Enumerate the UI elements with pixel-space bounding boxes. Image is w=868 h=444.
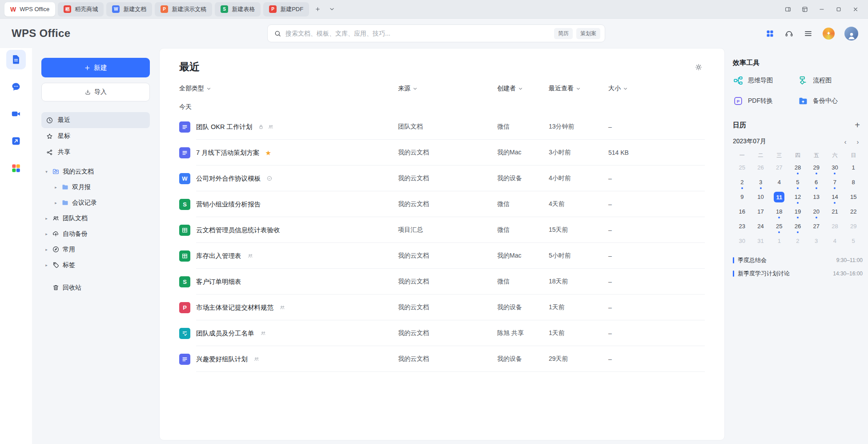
calendar-day[interactable]: 5 bbox=[788, 176, 807, 190]
calendar-day[interactable]: 2 bbox=[788, 234, 807, 249]
search-tag-1[interactable]: 策划案 bbox=[576, 28, 600, 39]
add-event-button[interactable]: + bbox=[852, 120, 863, 130]
filter-2[interactable]: 创建者 bbox=[497, 85, 549, 93]
event-item[interactable]: 季度总结会9:30–11:00 bbox=[733, 254, 863, 267]
calendar-day[interactable]: 8 bbox=[844, 176, 863, 190]
sidebar-item-clock[interactable]: 最近 bbox=[41, 112, 150, 128]
filter-3[interactable]: 最近查看 bbox=[549, 85, 608, 93]
tree-item-folder[interactable]: ▸会议记录 bbox=[41, 195, 150, 210]
support-headset-button[interactable] bbox=[784, 29, 794, 38]
calendar-day[interactable]: 5 bbox=[844, 234, 863, 249]
sidebar-item-star[interactable]: 星标 bbox=[41, 128, 150, 144]
tab-presentation-file[interactable]: P新建演示文稿 bbox=[155, 2, 212, 16]
calendar-day[interactable]: 26 bbox=[788, 220, 807, 234]
calendar-day[interactable]: 9 bbox=[733, 190, 751, 205]
panel-toggle-button[interactable] bbox=[780, 3, 796, 16]
prev-month-button[interactable]: ‹ bbox=[840, 137, 850, 146]
tab-pdf-file[interactable]: P新建PDF bbox=[263, 2, 309, 16]
tab-writer-file[interactable]: W新建文档 bbox=[106, 2, 152, 16]
calendar-day[interactable]: 4 bbox=[770, 176, 788, 190]
calendar-day[interactable]: 6 bbox=[807, 176, 826, 190]
calendar-day[interactable]: 30 bbox=[733, 234, 751, 249]
calendar-day[interactable]: 30 bbox=[826, 161, 844, 176]
tab-spreadsheet-file[interactable]: S新建表格 bbox=[215, 2, 261, 16]
calendar-day[interactable]: 27 bbox=[807, 220, 826, 234]
calendar-day[interactable]: 28 bbox=[826, 220, 844, 234]
main-menu-button[interactable] bbox=[804, 29, 813, 38]
calendar-day[interactable]: 16 bbox=[733, 205, 751, 220]
calendar-day[interactable]: 11 bbox=[770, 190, 788, 205]
calendar-day[interactable]: 1 bbox=[844, 161, 863, 176]
filter-4[interactable]: 大小 bbox=[608, 85, 705, 93]
calendar-day[interactable]: 15 bbox=[844, 190, 863, 205]
calendar-day[interactable]: 20 bbox=[807, 205, 826, 220]
calendar-day[interactable]: 25 bbox=[733, 161, 751, 176]
rail-item-meeting[interactable] bbox=[6, 104, 26, 124]
calendar-day[interactable]: 22 bbox=[844, 205, 863, 220]
calendar-day[interactable]: 21 bbox=[826, 205, 844, 220]
file-row[interactable]: S客户订单明细表我的云文档微信18天前– bbox=[179, 269, 705, 295]
file-row[interactable]: 库存出入管理表我的云文档我的Mac5小时前– bbox=[179, 243, 705, 269]
tree-item-cloud-folder[interactable]: ▾我的云文档 bbox=[41, 164, 150, 179]
calendar-day[interactable]: 12 bbox=[788, 190, 807, 205]
tree-item-frequent[interactable]: ▸常用 bbox=[41, 242, 150, 257]
add-tab-button[interactable] bbox=[312, 4, 323, 15]
next-month-button[interactable]: › bbox=[853, 137, 863, 146]
calendar-day[interactable]: 19 bbox=[788, 205, 807, 220]
sidebar-item-trash[interactable]: 回收站 bbox=[41, 280, 150, 295]
calendar-day[interactable]: 31 bbox=[751, 234, 770, 249]
file-row[interactable]: W公司对外合作协议模板我的云文档我的设备4小时前– bbox=[179, 165, 705, 191]
apps-grid-button[interactable] bbox=[765, 29, 775, 38]
calendar-day[interactable]: 14 bbox=[826, 190, 844, 205]
file-row[interactable]: 云文档管理员信息统计表验收项目汇总微信15天前– bbox=[179, 217, 705, 243]
tool-pdf-convert[interactable]: PPDF转换 bbox=[733, 96, 798, 106]
calendar-day[interactable]: 23 bbox=[733, 220, 751, 234]
file-row[interactable]: 团队成员及分工名单我的云文档陈旭 共享1天前– bbox=[179, 320, 705, 346]
tree-item-team[interactable]: ▸团队文档 bbox=[41, 210, 150, 226]
close-button[interactable] bbox=[848, 3, 864, 16]
calendar-day[interactable]: 17 bbox=[751, 205, 770, 220]
file-row[interactable]: 兴趣爱好组队计划我的云文档我的设备29天前– bbox=[179, 346, 705, 372]
calendar-day[interactable]: 4 bbox=[826, 234, 844, 249]
import-button[interactable]: 导入 bbox=[41, 83, 150, 101]
calendar-day[interactable]: 3 bbox=[807, 234, 826, 249]
filter-1[interactable]: 来源 bbox=[398, 85, 497, 93]
search-input[interactable] bbox=[285, 30, 551, 37]
file-row[interactable]: 团队 OKR 工作计划团队文档微信13分钟前– bbox=[179, 114, 705, 140]
file-row[interactable]: 7 月线下活动策划方案★我的云文档我的Mac3小时前514 KB bbox=[179, 140, 705, 165]
event-item[interactable]: 新季度学习计划讨论14:30–16:00 bbox=[733, 267, 863, 280]
tab-docer-store[interactable]: 稻稻壳商城 bbox=[58, 2, 104, 16]
search-bar[interactable]: 简历策划案 bbox=[267, 24, 605, 42]
tool-backup-center[interactable]: 备份中心 bbox=[798, 96, 863, 106]
maximize-button[interactable] bbox=[831, 3, 847, 16]
calendar-day[interactable]: 1 bbox=[770, 234, 788, 249]
tab-list-chevron-button[interactable] bbox=[326, 4, 338, 15]
calendar-day[interactable]: 29 bbox=[844, 220, 863, 234]
rail-item-chat[interactable] bbox=[6, 77, 26, 97]
tool-mindmap[interactable]: 思维导图 bbox=[733, 75, 798, 86]
calendar-day[interactable]: 26 bbox=[751, 161, 770, 176]
calendar-day[interactable]: 18 bbox=[770, 205, 788, 220]
calendar-day[interactable]: 29 bbox=[807, 161, 826, 176]
tree-item-tag[interactable]: ▸标签 bbox=[41, 257, 150, 273]
calendar-day[interactable]: 13 bbox=[807, 190, 826, 205]
tool-flowchart[interactable]: 流程图 bbox=[798, 75, 863, 86]
new-document-button[interactable]: 新建 bbox=[41, 58, 150, 77]
rail-item-office-suite[interactable] bbox=[6, 158, 26, 178]
calendar-day[interactable]: 2 bbox=[733, 176, 751, 190]
rail-item-documents[interactable] bbox=[6, 50, 26, 69]
calendar-day[interactable]: 7 bbox=[826, 176, 844, 190]
list-settings-button[interactable] bbox=[692, 61, 705, 73]
tree-item-backup[interactable]: ▸自动备份 bbox=[41, 226, 150, 242]
rail-item-apps[interactable] bbox=[6, 131, 26, 151]
avatar[interactable] bbox=[844, 27, 858, 40]
calendar-day[interactable]: 10 bbox=[751, 190, 770, 205]
sidebar-item-share[interactable]: 共享 bbox=[41, 144, 150, 160]
minimize-button[interactable] bbox=[814, 3, 830, 16]
search-tag-0[interactable]: 简历 bbox=[554, 28, 573, 39]
calendar-day[interactable]: 25 bbox=[770, 220, 788, 234]
file-row[interactable]: P市场主体登记提交材料规范我的云文档我的设备1天前– bbox=[179, 295, 705, 320]
tab-wps-logo[interactable]: WWPS Office bbox=[4, 2, 55, 16]
filter-0[interactable]: 全部类型 bbox=[179, 85, 398, 93]
app-box-button[interactable] bbox=[797, 3, 813, 16]
